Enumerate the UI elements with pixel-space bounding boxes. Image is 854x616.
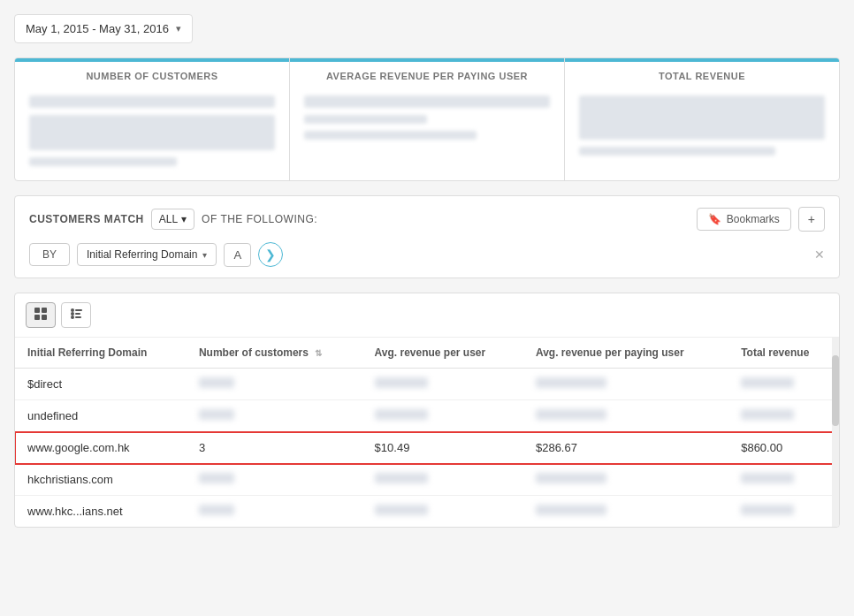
- col-header-domain-label: Initial Referring Domain: [27, 346, 147, 359]
- filter-top-row: CUSTOMERS MATCH ALL ▾ OF THE FOLLOWING: …: [29, 207, 825, 232]
- chart-view-button[interactable]: [61, 302, 91, 328]
- grid-icon: [34, 307, 48, 323]
- col-header-avg-rev-user-label: Avg. revenue per user: [375, 346, 486, 359]
- svg-point-5: [71, 312, 74, 316]
- cell-avgRevPaying: [523, 496, 728, 528]
- kpi-blur-3: [29, 157, 177, 166]
- col-header-customers[interactable]: Number of customers ⇅: [187, 338, 362, 369]
- cell-numCustomers: [187, 496, 362, 528]
- cell-avgRevUser: [362, 496, 523, 528]
- kpi-blur-5: [304, 115, 427, 124]
- match-value: ALL: [159, 213, 178, 225]
- svg-rect-9: [75, 316, 81, 318]
- group-by-dropdown[interactable]: Initial Referring Domain ▾: [77, 243, 217, 266]
- kpi-body-customers: [15, 88, 289, 180]
- data-table: Initial Referring Domain Number of custo…: [15, 338, 839, 527]
- cell-avgRevUser: $10.49: [362, 432, 523, 464]
- blurred-value: [536, 505, 606, 515]
- svg-rect-8: [75, 313, 80, 315]
- table-section: Initial Referring Domain Number of custo…: [14, 293, 840, 528]
- table-row: $direct: [15, 369, 839, 400]
- kpi-title-total-revenue: TOTAL REVENUE: [565, 62, 839, 88]
- kpi-blur-1: [29, 95, 275, 108]
- blurred-value: [741, 473, 794, 483]
- cell-avgRevUser: [362, 400, 523, 432]
- col-header-avg-rev-user: Avg. revenue per user: [362, 338, 523, 369]
- table-head: Initial Referring Domain Number of custo…: [15, 338, 839, 369]
- kpi-title-customers: NUMBER OF CUSTOMERS: [15, 62, 289, 88]
- blurred-value: [536, 377, 606, 388]
- svg-rect-0: [34, 308, 40, 313]
- kpi-card-customers: NUMBER OF CUSTOMERS: [15, 58, 290, 180]
- svg-rect-2: [34, 315, 40, 320]
- kpi-section: NUMBER OF CUSTOMERS AVERAGE REVENUE PER …: [14, 57, 840, 181]
- bookmarks-button[interactable]: 🔖 Bookmarks: [697, 208, 791, 231]
- match-select[interactable]: ALL ▾: [151, 209, 194, 230]
- svg-rect-7: [75, 309, 82, 311]
- cell-numCustomers: [187, 369, 362, 400]
- kpi-blur-4: [304, 95, 550, 108]
- by-button[interactable]: BY: [29, 243, 70, 266]
- cell-totalRevenue: [728, 496, 839, 528]
- svg-point-6: [71, 316, 74, 319]
- table-row: undefined: [15, 400, 839, 432]
- cell-avgRevUser: [362, 369, 523, 400]
- cell-avgRevPaying: [523, 400, 728, 432]
- svg-point-4: [71, 308, 74, 312]
- filter-close-button[interactable]: ✕: [814, 247, 825, 262]
- page-wrapper: May 1, 2015 - May 31, 2016 ▾ NUMBER OF C…: [0, 0, 854, 616]
- scrollbar-thumb[interactable]: [832, 355, 839, 426]
- cell-avgRevPaying: $286.67: [523, 432, 728, 464]
- filter-section: CUSTOMERS MATCH ALL ▾ OF THE FOLLOWING: …: [14, 195, 840, 278]
- svg-rect-1: [42, 308, 47, 313]
- kpi-body-avg-revenue: [290, 88, 564, 154]
- date-range-label: May 1, 2015 - May 31, 2016: [26, 22, 169, 35]
- blurred-value: [741, 377, 794, 388]
- blurred-value: [199, 473, 234, 483]
- table-toolbar: [15, 293, 839, 338]
- kpi-body-total-revenue: [565, 88, 839, 170]
- kpi-blur-6: [304, 131, 477, 140]
- blurred-value: [375, 377, 428, 388]
- table-header-row: Initial Referring Domain Number of custo…: [15, 338, 839, 369]
- cell-numCustomers: 3: [187, 432, 362, 464]
- blurred-value: [375, 505, 428, 515]
- scrollbar-track[interactable]: [832, 338, 839, 527]
- kpi-card-total-revenue: TOTAL REVENUE: [565, 58, 839, 180]
- col-header-total-revenue-label: Total revenue: [741, 346, 809, 359]
- grid-view-button[interactable]: [26, 302, 56, 328]
- blurred-value: [199, 377, 234, 388]
- sort-asc-button[interactable]: A: [224, 243, 251, 267]
- blurred-value: [199, 505, 234, 515]
- go-button[interactable]: ❯: [258, 242, 283, 267]
- group-by-chevron: ▾: [202, 250, 207, 260]
- col-header-customers-label: Number of customers: [199, 346, 309, 359]
- blurred-value: [375, 409, 428, 420]
- of-following-label: OF THE FOLLOWING:: [202, 213, 317, 225]
- table-row: hkchristians.com: [15, 464, 839, 496]
- cell-numCustomers: [187, 464, 362, 496]
- col-header-avg-rev-paying-label: Avg. revenue per paying user: [536, 346, 684, 359]
- cell-avgRevPaying: [523, 464, 728, 496]
- blurred-value: [741, 409, 794, 420]
- cell-numCustomers: [187, 400, 362, 432]
- chart-icon: [69, 307, 83, 323]
- svg-rect-3: [42, 315, 47, 320]
- match-chevron: ▾: [181, 213, 187, 225]
- cell-totalRevenue: [728, 400, 839, 432]
- filter-left: CUSTOMERS MATCH ALL ▾ OF THE FOLLOWING:: [29, 209, 317, 230]
- cell-domain: hkchristians.com: [15, 464, 187, 496]
- blurred-value: [375, 473, 428, 483]
- sort-customers-icon: ⇅: [315, 348, 322, 358]
- customers-match-label: CUSTOMERS MATCH: [29, 213, 144, 225]
- by-row: BY Initial Referring Domain ▾ A ❯ ✕: [29, 242, 825, 267]
- date-range-chevron: ▾: [176, 23, 181, 34]
- cell-domain: www.google.com.hk: [15, 432, 187, 464]
- blurred-value: [536, 473, 606, 483]
- cell-totalRevenue: $860.00: [728, 432, 839, 464]
- date-range-picker[interactable]: May 1, 2015 - May 31, 2016 ▾: [14, 14, 193, 43]
- cell-avgRevUser: [362, 464, 523, 496]
- col-header-total-revenue: Total revenue: [728, 338, 839, 369]
- blurred-value: [741, 505, 794, 515]
- add-button[interactable]: +: [798, 207, 825, 232]
